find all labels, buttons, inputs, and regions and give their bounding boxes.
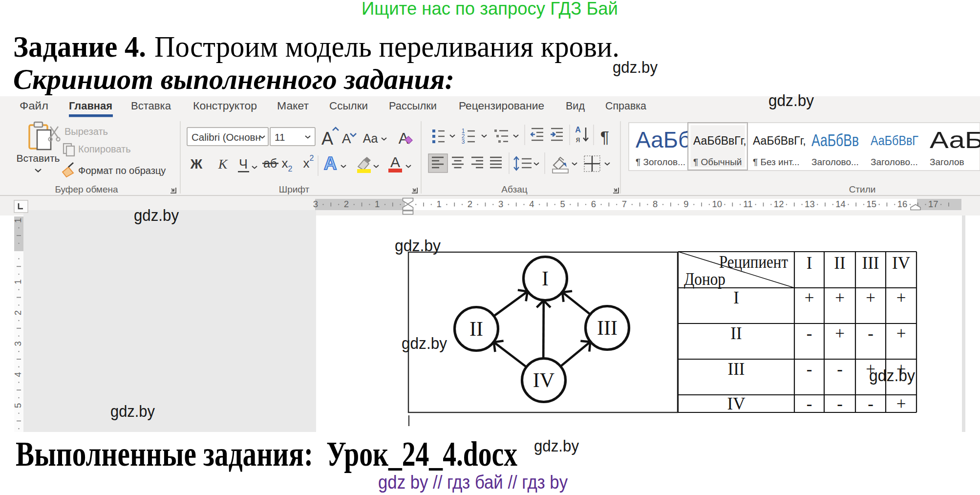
svg-text:III: III	[862, 254, 879, 273]
svg-text:А: А	[575, 126, 581, 134]
svg-text:9: 9	[683, 199, 688, 209]
svg-text:Урок_24_4.docx: Урок_24_4.docx	[326, 434, 517, 473]
svg-text:gdz.by: gdz.by	[869, 366, 915, 385]
svg-text:16: 16	[897, 199, 908, 209]
svg-text:+: +	[835, 288, 845, 307]
svg-text:Копировать: Копировать	[78, 144, 131, 154]
svg-text:II: II	[469, 318, 483, 340]
svg-text:7: 7	[622, 199, 627, 209]
svg-text:2: 2	[310, 154, 314, 162]
svg-text:15: 15	[867, 199, 877, 209]
svg-text:12: 12	[774, 199, 784, 209]
svg-text:АаБбВвГг,: АаБбВвГг,	[753, 134, 806, 147]
svg-text:I: I	[733, 288, 739, 307]
svg-text:10: 10	[712, 199, 722, 209]
svg-text:6: 6	[591, 199, 596, 209]
svg-text:Вставить: Вставить	[16, 152, 60, 164]
svg-text:К: К	[218, 156, 228, 172]
svg-text:АаБбВвГ: АаБбВвГ	[871, 133, 918, 148]
svg-text:+: +	[896, 288, 906, 307]
svg-text:Calibri (Основн: Calibri (Основн	[192, 131, 261, 143]
svg-text:Вид: Вид	[566, 100, 585, 112]
svg-text:gdz.by: gdz.by	[768, 91, 814, 109]
svg-text:gdz.by: gdz.by	[134, 206, 179, 224]
svg-text:-: -	[868, 324, 873, 343]
svg-text:gdz.by: gdz.by	[402, 334, 447, 352]
svg-text:IV: IV	[533, 369, 554, 391]
svg-text:gdz by // гдз бай // гдз b: gdz by // гдз бай // гдз by	[378, 472, 568, 493]
svg-text:gdz.by: gdz.by	[534, 436, 579, 455]
svg-text:Aa: Aa	[363, 131, 378, 145]
svg-text:A: A	[321, 129, 333, 149]
svg-text:4: 4	[13, 372, 23, 377]
svg-text:Файл: Файл	[20, 100, 48, 112]
svg-text:IV: IV	[892, 254, 910, 273]
svg-text:2: 2	[13, 310, 23, 315]
svg-text:2: 2	[344, 199, 349, 209]
svg-text:+: +	[805, 288, 814, 307]
svg-text:¶ Обычный: ¶ Обычный	[693, 157, 742, 167]
svg-text:-: -	[837, 394, 843, 413]
svg-text:Выполненные задания:: Выполненные задания:	[16, 434, 313, 473]
svg-text:II: II	[834, 254, 845, 273]
svg-text:-: -	[807, 324, 812, 343]
svg-text:-: -	[868, 394, 873, 413]
svg-text:gdz.by: gdz.by	[613, 58, 658, 76]
svg-text:+: +	[896, 394, 906, 413]
svg-text:Справка: Справка	[605, 100, 646, 112]
svg-text:Заголов: Заголов	[930, 157, 964, 167]
svg-text:11: 11	[743, 199, 752, 209]
svg-text:11: 11	[275, 131, 285, 143]
svg-text:Задание 4.: Задание 4.	[13, 30, 146, 63]
svg-text:x: x	[303, 156, 310, 171]
svg-text:I: I	[542, 267, 549, 290]
svg-text:Ищите нас по запросу ГДЗ Бай: Ищите нас по запросу ГДЗ Бай	[362, 0, 618, 19]
svg-text:¶: ¶	[600, 128, 609, 146]
svg-text:Буфер обмена: Буфер обмена	[55, 184, 118, 194]
svg-text:2: 2	[468, 199, 472, 209]
svg-text:АаБбВвГг,: АаБбВвГг,	[693, 134, 746, 147]
svg-text:Конструктор: Конструктор	[193, 100, 257, 112]
svg-text:3: 3	[13, 341, 23, 346]
svg-text:3: 3	[498, 199, 503, 209]
svg-text:Вырезать: Вырезать	[64, 126, 108, 137]
svg-text:Донор: Донор	[684, 270, 725, 289]
svg-text:Рассылки: Рассылки	[389, 100, 437, 112]
svg-text:4: 4	[529, 199, 534, 209]
svg-text:А: А	[390, 154, 400, 170]
svg-text:Заголово...: Заголово...	[811, 157, 859, 167]
svg-text:IV: IV	[727, 394, 746, 413]
svg-text:1: 1	[13, 218, 23, 223]
svg-text:1: 1	[436, 199, 441, 209]
svg-text:gdz.by: gdz.by	[110, 402, 155, 420]
svg-text:1: 1	[13, 280, 23, 284]
svg-text:Стили: Стили	[849, 184, 876, 194]
svg-text:x: x	[282, 156, 288, 171]
svg-text:13: 13	[805, 199, 815, 209]
svg-text:5: 5	[13, 403, 23, 408]
svg-text:gdz.by: gdz.by	[395, 236, 441, 255]
svg-text:¶ Зоголов...: ¶ Зоголов...	[636, 157, 685, 167]
svg-text:Ссылки: Ссылки	[329, 100, 368, 112]
svg-text:1: 1	[375, 199, 380, 209]
svg-text:¶ Без инт...: ¶ Без инт...	[753, 157, 800, 167]
svg-text:A: A	[342, 131, 351, 146]
svg-text:-: -	[807, 394, 812, 413]
svg-text:-: -	[837, 360, 843, 379]
svg-text:Формат по образцу: Формат по образцу	[78, 165, 166, 176]
svg-text:14: 14	[835, 199, 846, 209]
svg-text:+: +	[866, 288, 875, 307]
svg-text:+: +	[896, 324, 906, 343]
svg-text:АаБбВв: АаБбВв	[811, 130, 859, 150]
svg-text:I: I	[807, 254, 812, 273]
svg-text:я: я	[576, 135, 580, 144]
svg-text:Абзац: Абзац	[501, 184, 527, 194]
svg-text:А: А	[324, 153, 337, 173]
svg-text:5: 5	[560, 199, 565, 209]
svg-text:+: +	[835, 324, 845, 343]
svg-text:Главная: Главная	[69, 100, 112, 112]
svg-text:Рецензирование: Рецензирование	[459, 100, 544, 112]
svg-text:Ж: Ж	[190, 157, 203, 172]
svg-text:17: 17	[928, 199, 938, 209]
svg-text:III: III	[728, 360, 745, 379]
